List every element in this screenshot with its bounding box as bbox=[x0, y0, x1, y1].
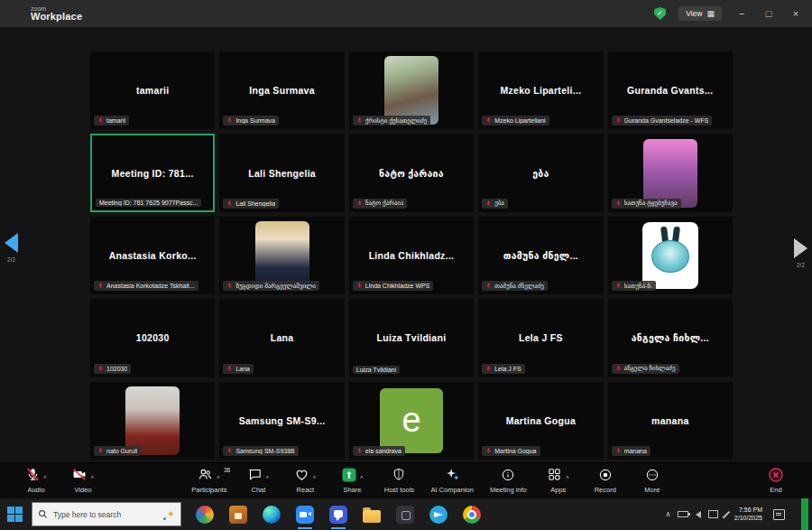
telegram-taskbar-icon[interactable] bbox=[429, 506, 448, 524]
network-icon[interactable] bbox=[708, 510, 718, 518]
participants-button[interactable]: 38∧Participants bbox=[191, 468, 226, 494]
view-button[interactable]: View ▦ bbox=[678, 6, 722, 21]
nameplate: Mzeko Liparteliani bbox=[482, 116, 549, 126]
chat-icon bbox=[247, 467, 263, 486]
zoom-taskbar-icon[interactable] bbox=[296, 506, 314, 524]
taskbar-clock[interactable]: 7:56 PM 2/10/2025 bbox=[734, 507, 762, 523]
host-tools-button[interactable]: Host tools bbox=[383, 468, 414, 494]
chevron-up-icon[interactable]: ∧ bbox=[90, 473, 95, 479]
chevron-up-icon[interactable]: ∧ bbox=[216, 473, 220, 479]
video-button[interactable]: ∧Video bbox=[68, 468, 98, 494]
volume-icon[interactable] bbox=[696, 511, 701, 518]
app-dark-taskbar-icon[interactable] bbox=[396, 506, 414, 524]
maximize-button[interactable]: □ bbox=[761, 8, 776, 19]
nameplate-label: Luiza Tvildiani bbox=[356, 367, 396, 373]
participant-tile[interactable]: Martina GoguaMartina Gogua bbox=[478, 382, 603, 460]
participant-tile[interactable]: mananamanana bbox=[608, 382, 733, 460]
participant-tile[interactable]: Samsung SM-S9...Samsung SM-S938B bbox=[219, 382, 344, 460]
store-taskbar-icon[interactable] bbox=[229, 506, 247, 524]
toolbar-item-label: Record bbox=[595, 486, 616, 494]
action-center-icon[interactable] bbox=[773, 509, 785, 520]
participant-tile[interactable]: nato Guruli bbox=[90, 382, 215, 460]
chevron-up-icon[interactable]: ∧ bbox=[43, 473, 48, 479]
participant-tile[interactable]: 102030102030 bbox=[90, 299, 215, 377]
nameplate-label: ხათუნა ტყებუჩავა bbox=[624, 200, 678, 207]
chevron-up-icon[interactable]: ∧ bbox=[312, 473, 317, 479]
participant-tile[interactable]: ქრისტი ქესათელიძე bbox=[349, 51, 474, 129]
record-button[interactable]: Record bbox=[590, 468, 621, 494]
participant-tile[interactable]: Lela J FSLela J FS bbox=[478, 299, 603, 377]
workplace-chat-taskbar-icon[interactable] bbox=[329, 506, 347, 524]
nameplate: Martina Gogua bbox=[482, 446, 540, 456]
participant-tile[interactable]: ხათუნა ბ. bbox=[608, 217, 733, 294]
prev-page-button[interactable]: 2/2 bbox=[5, 233, 18, 263]
apps-button[interactable]: ∧Apps bbox=[543, 468, 574, 494]
participant-tile[interactable]: LanaLana bbox=[219, 299, 344, 377]
participant-tile[interactable]: Lali ShengeliaLali Shengelia bbox=[219, 134, 344, 211]
participant-tile[interactable]: ანგელა ჩიხლ...ანგელა ჩიხლაძე bbox=[608, 299, 733, 377]
mic-muted-icon bbox=[226, 447, 233, 455]
security-shield-icon[interactable]: ✓ bbox=[654, 7, 666, 20]
participant-tile[interactable]: ნატო ქარაიანატო ქარაია bbox=[349, 134, 474, 211]
more-button[interactable]: More bbox=[637, 468, 668, 494]
grid-view-icon: ▦ bbox=[706, 9, 715, 18]
mic-muted-icon bbox=[356, 116, 363, 125]
shield-icon bbox=[392, 467, 406, 486]
app-title: Workplace bbox=[31, 12, 82, 22]
participant-tile[interactable]: Luiza TvildianiLuiza Tvildiani bbox=[349, 299, 474, 377]
participant-tile[interactable]: Inga SurmavaInga Surmava bbox=[219, 51, 344, 129]
nameplate: თამუნა ძნელაძე bbox=[482, 281, 548, 291]
chrome-taskbar-icon[interactable] bbox=[463, 506, 481, 524]
nameplate-label: ზუგდიდი მარგველაშვილი bbox=[235, 283, 316, 290]
meeting-info-button[interactable]: Meeting info bbox=[490, 468, 527, 494]
copilot-taskbar-icon[interactable] bbox=[196, 506, 214, 524]
participant-tile[interactable]: Anastasia Korko...Anastasia Korkotadze T… bbox=[90, 217, 215, 294]
share-button[interactable]: ∧Share bbox=[337, 468, 367, 494]
page-indicator: 2/2 bbox=[7, 256, 15, 263]
meeting-id-tile[interactable]: Meeting ID: 781...Meeting ID: 781 7625 9… bbox=[90, 134, 215, 211]
chevron-up-icon[interactable]: ∧ bbox=[360, 473, 364, 479]
participant-tile[interactable]: tamariitamarii bbox=[90, 51, 215, 129]
nameplate-label: Anastasia Korkotadze Tskhalt... bbox=[106, 283, 195, 289]
participant-tile[interactable]: Guranda Gvants...Guranda Gvantseladze - … bbox=[608, 51, 733, 129]
participant-photo-avatar bbox=[255, 221, 309, 290]
windows-taskbar: Type here to search ✦ ∧ 7:56 PM 2/10/202… bbox=[0, 498, 812, 530]
hidden-icons-caret[interactable]: ∧ bbox=[665, 510, 670, 518]
nameplate: Lana bbox=[223, 364, 254, 374]
participant-tile[interactable]: Mzeko Liparteli...Mzeko Liparteliani bbox=[478, 51, 603, 129]
participants-icon bbox=[198, 467, 213, 486]
nameplate: Guranda Gvantseladze - WFS bbox=[612, 116, 713, 126]
participant-tile[interactable]: Linda Chikhladz...Linda Chikhladze WPS bbox=[349, 217, 474, 294]
battery-icon[interactable] bbox=[678, 511, 688, 517]
close-button[interactable]: × bbox=[789, 8, 803, 19]
ai-companion-button[interactable]: AI Companion bbox=[430, 468, 474, 494]
share-icon bbox=[341, 467, 357, 487]
mic-muted-icon bbox=[615, 282, 622, 290]
end-button[interactable]: End bbox=[761, 468, 791, 494]
chevron-up-icon[interactable]: ∧ bbox=[565, 473, 569, 479]
taskbar-search-input[interactable]: Type here to search ✦ bbox=[32, 502, 181, 526]
file-explorer-taskbar-icon[interactable] bbox=[363, 510, 381, 523]
react-button[interactable]: ∧React bbox=[290, 468, 320, 494]
pen-icon[interactable] bbox=[723, 510, 730, 517]
participants-grid: tamariitamariiInga SurmavaInga Surmavaქრ… bbox=[90, 51, 733, 460]
edge-taskbar-icon[interactable] bbox=[263, 506, 281, 524]
chat-button[interactable]: ∧Chat bbox=[243, 468, 273, 494]
participant-tile[interactable]: ზუგდიდი მარგველაშვილი bbox=[219, 217, 344, 294]
nameplate: 102030 bbox=[94, 364, 131, 374]
search-icon bbox=[38, 509, 48, 519]
participant-name: Guranda Gvants... bbox=[622, 85, 719, 96]
minimize-button[interactable]: − bbox=[734, 8, 749, 19]
org-logo-avatar bbox=[642, 222, 698, 289]
participant-tile[interactable]: ხათუნა ტყებუჩავა bbox=[608, 134, 733, 211]
participant-tile[interactable]: ებაება bbox=[478, 134, 603, 211]
toolbar-item-label: More bbox=[644, 486, 660, 494]
chevron-up-icon[interactable]: ∧ bbox=[265, 473, 270, 479]
start-button[interactable] bbox=[7, 507, 23, 522]
audio-button[interactable]: ∧Audio bbox=[21, 468, 51, 494]
participant-tile[interactable]: eela sandrava bbox=[349, 382, 474, 460]
nameplate-label: Mzeko Liparteliani bbox=[494, 117, 545, 124]
participant-tile[interactable]: თამუნა ძნელ...თამუნა ძნელაძე bbox=[478, 217, 603, 294]
next-page-button[interactable]: 2/2 bbox=[794, 238, 807, 268]
nameplate-label: Inga Surmava bbox=[235, 117, 275, 124]
